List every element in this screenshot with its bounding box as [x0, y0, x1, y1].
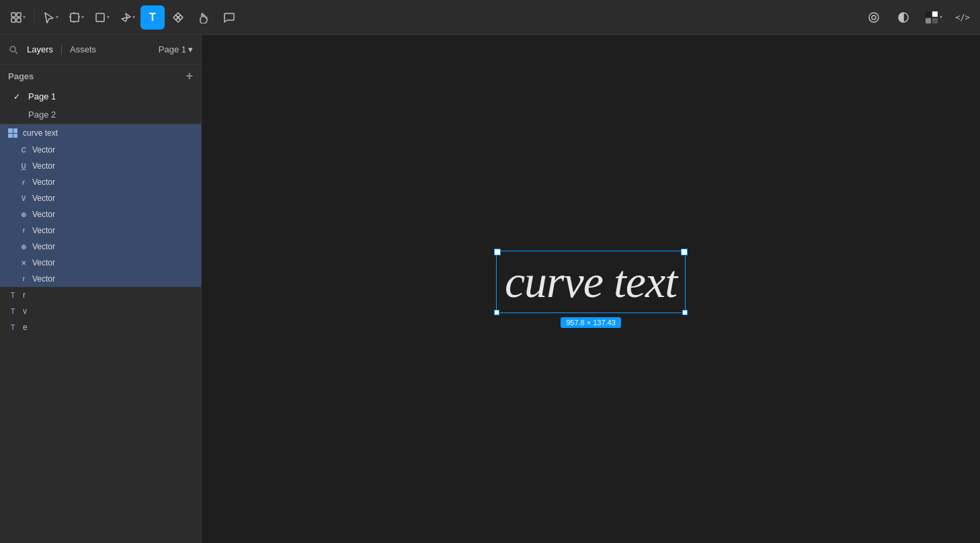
code-view-button[interactable]: </> — [950, 5, 975, 30]
vector-v-icon: V — [19, 195, 28, 202]
vector-e2-label: Vector — [32, 242, 55, 251]
panel-header: Layers Assets Page 1 ▾ — [0, 35, 201, 65]
assets-tab[interactable]: Assets — [67, 42, 99, 57]
page-1-check: ✓ — [13, 92, 23, 101]
color-chevron: ▾ — [940, 14, 942, 20]
toolbar: ▾ ▾ ▾ ▾ ▾ T — [0, 0, 980, 35]
apps-chevron: ▾ — [23, 14, 26, 20]
curve-text-group[interactable]: curve text C Vector U Vector r Vector V — [0, 124, 201, 287]
text-e-item[interactable]: T e — [0, 319, 201, 335]
page-selector-chevron: ▾ — [188, 44, 193, 54]
toolbar-left: ▾ ▾ ▾ ▾ ▾ T — [5, 5, 241, 30]
curve-text-box[interactable]: curve text — [496, 251, 686, 313]
svg-rect-0 — [11, 13, 15, 17]
search-icon[interactable] — [8, 44, 19, 55]
vector-u-icon: U — [19, 163, 28, 170]
frame-tool-button[interactable]: ▾ — [64, 5, 88, 30]
size-badge: 957.8 × 137.43 — [561, 317, 621, 328]
vector-x-label: Vector — [32, 258, 55, 267]
curve-text-display: curve text — [505, 255, 677, 308]
toolbar-divider-1 — [34, 9, 34, 26]
vector-c-label: Vector — [32, 145, 55, 155]
frame-chevron: ▾ — [81, 14, 84, 20]
svg-line-16 — [15, 51, 18, 54]
canvas-area[interactable]: curve text 957.8 × 137.43 — [202, 35, 980, 543]
vector-c-item[interactable]: C Vector — [0, 142, 201, 158]
curve-text-group-header[interactable]: curve text — [0, 124, 201, 142]
main-layout: Layers Assets Page 1 ▾ Pages + ✓ Page 1 … — [0, 35, 980, 543]
vector-e1-item[interactable]: ⊕ Vector — [0, 206, 201, 222]
text-v-label: v — [23, 306, 27, 316]
vector-e1-icon: ⊕ — [19, 211, 28, 218]
text-tool-icon: T — [149, 11, 156, 24]
svg-point-15 — [10, 46, 15, 52]
left-panel: Layers Assets Page 1 ▾ Pages + ✓ Page 1 … — [0, 35, 202, 543]
pen-chevron: ▾ — [132, 14, 135, 20]
pen-tool-button[interactable]: ▾ — [115, 5, 139, 30]
contrast-button[interactable] — [891, 5, 915, 30]
vector-u-item[interactable]: U Vector — [0, 158, 201, 174]
vector-c-icon: C — [19, 147, 28, 154]
svg-rect-2 — [11, 18, 15, 22]
handle-bottom-right[interactable] — [682, 310, 688, 315]
tab-divider — [61, 45, 62, 54]
vector-x-icon: ✕ — [19, 259, 28, 267]
svg-rect-12 — [932, 11, 938, 17]
handle-bottom-left[interactable] — [494, 310, 499, 315]
page-selector-label: Page 1 — [159, 44, 186, 54]
vector-v-item[interactable]: V Vector — [0, 190, 201, 206]
vector-x-item[interactable]: ✕ Vector — [0, 255, 201, 271]
page-2-label: Page 2 — [28, 110, 56, 120]
page-1-item[interactable]: ✓ Page 1 — [0, 87, 201, 106]
pages-section: Pages + ✓ Page 1 ✓ Page 2 — [0, 65, 201, 124]
text-tool-button[interactable]: T — [140, 5, 165, 30]
layers-list: curve text C Vector U Vector r Vector V — [0, 124, 201, 543]
text-r-item[interactable]: T r — [0, 287, 201, 303]
svg-rect-1 — [17, 13, 21, 17]
vector-r-icon: r — [19, 179, 28, 186]
page-2-item[interactable]: ✓ Page 2 — [0, 106, 201, 124]
comment-tool-button[interactable] — [217, 5, 241, 30]
vector-e2-item[interactable]: ⊕ Vector — [0, 239, 201, 255]
text-e-label: e — [23, 323, 28, 332]
pages-title: Pages — [8, 71, 34, 81]
add-page-button[interactable]: + — [186, 70, 193, 82]
text-e-icon: T — [8, 323, 17, 331]
vector-r-item[interactable]: r Vector — [0, 174, 201, 190]
text-v-icon: T — [8, 307, 17, 315]
vector-e2-icon: ⊕ — [19, 243, 28, 251]
vector-v-label: Vector — [32, 194, 55, 203]
svg-rect-11 — [926, 11, 931, 17]
code-icon: </> — [955, 13, 970, 22]
select-tool-button[interactable]: ▾ — [38, 5, 63, 30]
text-r-label: r — [23, 290, 26, 300]
vector-e1-label: Vector — [32, 210, 55, 219]
svg-rect-4 — [71, 13, 79, 22]
page-2-check: ✓ — [13, 110, 23, 120]
pages-header: Pages + — [0, 65, 201, 87]
apps-button[interactable]: ▾ — [5, 5, 30, 30]
svg-rect-3 — [17, 18, 21, 22]
vector-u-label: Vector — [32, 161, 55, 171]
svg-rect-9 — [96, 13, 104, 22]
layers-tab[interactable]: Layers — [24, 42, 56, 57]
text-v-item[interactable]: T v — [0, 303, 201, 319]
vector-t2-label: Vector — [32, 274, 55, 284]
text-r-icon: T — [8, 291, 17, 299]
color-picker-button[interactable]: ▾ — [921, 5, 945, 30]
toolbar-right: ▾ </> — [862, 5, 975, 30]
shape-chevron: ▾ — [107, 14, 110, 20]
component-tool-button[interactable] — [166, 5, 190, 30]
page-1-label: Page 1 — [28, 91, 56, 101]
curve-text-container: curve text 957.8 × 137.43 — [496, 251, 686, 328]
vector-t2-item[interactable]: t Vector — [0, 271, 201, 287]
shape-tool-button[interactable]: ▾ — [89, 5, 114, 30]
svg-rect-14 — [932, 18, 938, 24]
community-button[interactable] — [862, 5, 886, 30]
vector-t1-icon: t — [19, 227, 28, 234]
hand-tool-button[interactable] — [192, 5, 216, 30]
svg-rect-13 — [926, 18, 931, 24]
select-chevron: ▾ — [56, 14, 58, 20]
vector-t1-item[interactable]: t Vector — [0, 222, 201, 239]
page-selector[interactable]: Page 1 ▾ — [159, 44, 193, 54]
